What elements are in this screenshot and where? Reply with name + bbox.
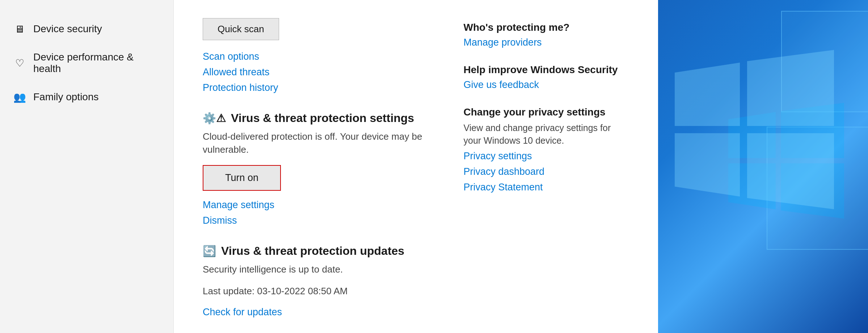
protection-history-link[interactable]: Protection history bbox=[203, 82, 435, 93]
virus-updates-title: 🔄 Virus & threat protection updates bbox=[203, 244, 435, 258]
virus-settings-desc: Cloud-delivered protection is off. Your … bbox=[203, 130, 435, 156]
turn-on-button[interactable]: Turn on bbox=[203, 166, 280, 190]
whos-protecting-section: Who's protecting me? Manage providers bbox=[464, 22, 629, 48]
quick-scan-button[interactable]: Quick scan bbox=[203, 18, 279, 40]
privacy-dashboard-link[interactable]: Privacy dashboard bbox=[464, 166, 629, 177]
main-content: Quick scan Scan options Allowed threats … bbox=[174, 0, 658, 333]
virus-updates-section: 🔄 Virus & threat protection updates Secu… bbox=[203, 244, 435, 318]
sidebar-item-device-performance[interactable]: ♡ Device performance & health bbox=[0, 43, 173, 83]
right-column: Who's protecting me? Manage providers He… bbox=[464, 18, 629, 315]
virus-updates-desc1: Security intelligence is up to date. bbox=[203, 263, 435, 276]
privacy-statement-link[interactable]: Privacy Statement bbox=[464, 182, 629, 193]
sidebar-item-family-options[interactable]: 👥 Family options bbox=[0, 83, 173, 111]
sidebar-label-device-security: Device security bbox=[33, 23, 102, 35]
scan-options-link[interactable]: Scan options bbox=[203, 51, 435, 62]
privacy-desc: View and change privacy settings for you… bbox=[464, 122, 629, 147]
sidebar-label-family-options: Family options bbox=[33, 91, 99, 103]
privacy-title: Change your privacy settings bbox=[464, 106, 629, 118]
sidebar: 🖥 Device security ♡ Device performance &… bbox=[0, 0, 174, 333]
family-options-icon: 👥 bbox=[13, 90, 26, 104]
manage-providers-link[interactable]: Manage providers bbox=[464, 37, 629, 48]
sidebar-item-device-security[interactable]: 🖥 Device security bbox=[0, 14, 173, 43]
left-column: Quick scan Scan options Allowed threats … bbox=[203, 18, 435, 315]
virus-settings-title: ⚙️⚠ Virus & threat protection settings bbox=[203, 111, 435, 125]
manage-settings-link[interactable]: Manage settings bbox=[203, 199, 435, 211]
dismiss-link[interactable]: Dismiss bbox=[203, 215, 435, 226]
turn-on-button-wrapper: Turn on bbox=[203, 165, 281, 191]
virus-updates-desc2: Last update: 03-10-2022 08:50 AM bbox=[203, 284, 435, 298]
privacy-settings-link[interactable]: Privacy settings bbox=[464, 151, 629, 162]
help-improve-title: Help improve Windows Security bbox=[464, 64, 629, 76]
virus-updates-icon: 🔄 bbox=[203, 245, 216, 257]
device-performance-icon: ♡ bbox=[13, 56, 26, 69]
main-wrapper: Quick scan Scan options Allowed threats … bbox=[174, 0, 868, 333]
windows-logo-main bbox=[675, 50, 834, 209]
help-improve-section: Help improve Windows Security Give us fe… bbox=[464, 64, 629, 90]
sidebar-label-device-performance: Device performance & health bbox=[33, 51, 160, 75]
virus-settings-section: ⚙️⚠ Virus & threat protection settings C… bbox=[203, 111, 435, 226]
allowed-threats-link[interactable]: Allowed threats bbox=[203, 67, 435, 78]
privacy-section: Change your privacy settings View and ch… bbox=[464, 106, 629, 193]
device-security-icon: 🖥 bbox=[13, 22, 26, 35]
whos-protecting-title: Who's protecting me? bbox=[464, 22, 629, 33]
windows-background bbox=[658, 0, 868, 333]
virus-settings-icon: ⚙️⚠ bbox=[203, 112, 226, 125]
check-updates-link[interactable]: Check for updates bbox=[203, 307, 435, 318]
give-feedback-link[interactable]: Give us feedback bbox=[464, 79, 629, 90]
